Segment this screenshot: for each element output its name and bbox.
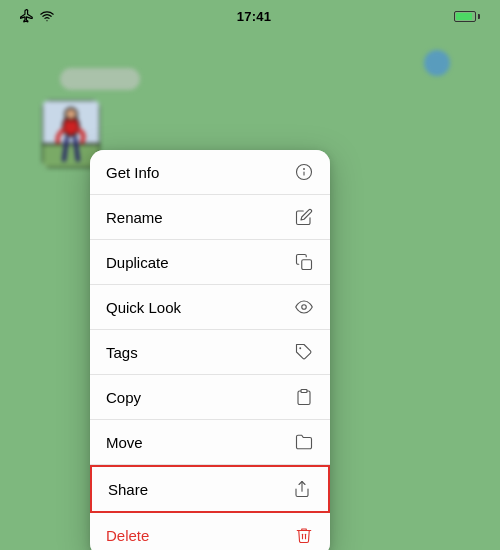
share-icon bbox=[292, 479, 312, 499]
copy-icon bbox=[294, 387, 314, 407]
wifi-icon bbox=[40, 9, 54, 23]
move-icon bbox=[294, 432, 314, 452]
battery-icon bbox=[454, 11, 480, 22]
context-menu: Get Info Rename Duplicate bbox=[90, 150, 330, 550]
bg-bubble bbox=[60, 68, 140, 90]
info-icon bbox=[294, 162, 314, 182]
menu-item-duplicate[interactable]: Duplicate bbox=[90, 240, 330, 285]
delete-icon bbox=[294, 525, 314, 545]
menu-item-rename[interactable]: Rename bbox=[90, 195, 330, 240]
menu-item-get-info[interactable]: Get Info bbox=[90, 150, 330, 195]
rename-icon bbox=[294, 207, 314, 227]
svg-rect-8 bbox=[302, 260, 312, 270]
menu-item-delete[interactable]: Delete bbox=[90, 513, 330, 550]
status-right-icons bbox=[454, 11, 480, 22]
status-left-icons bbox=[20, 9, 54, 23]
status-time: 17:41 bbox=[237, 9, 272, 24]
status-bar: 17:41 bbox=[0, 0, 500, 28]
menu-item-copy[interactable]: Copy bbox=[90, 375, 330, 420]
menu-item-share[interactable]: Share bbox=[90, 465, 330, 513]
svg-point-9 bbox=[302, 305, 307, 310]
airplane-icon bbox=[20, 9, 34, 23]
quicklook-icon bbox=[294, 297, 314, 317]
menu-item-quick-look[interactable]: Quick Look bbox=[90, 285, 330, 330]
svg-rect-11 bbox=[301, 390, 307, 393]
menu-item-tags[interactable]: Tags bbox=[90, 330, 330, 375]
menu-item-move[interactable]: Move bbox=[90, 420, 330, 465]
bg-blue-dot bbox=[424, 50, 450, 76]
svg-point-0 bbox=[46, 20, 47, 21]
svg-point-4 bbox=[65, 108, 77, 120]
duplicate-icon bbox=[294, 252, 314, 272]
tags-icon bbox=[294, 342, 314, 362]
